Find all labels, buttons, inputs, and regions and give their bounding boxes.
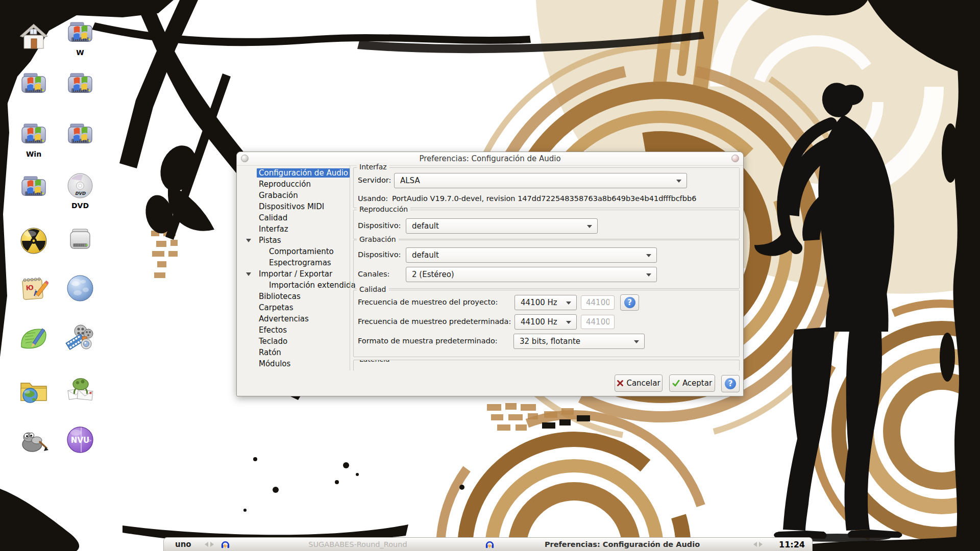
tree-item-módulos[interactable]: Módulos — [241, 358, 349, 369]
tree-item-teclado[interactable]: Teclado — [241, 336, 349, 347]
desktop-icon-cd-burner[interactable] — [19, 226, 48, 256]
tree-item-label: Importación extendida — [267, 281, 358, 290]
tree-item-bibliotecas[interactable]: Bibliotecas — [241, 291, 349, 302]
window-menu-orb[interactable] — [241, 155, 249, 162]
svg-text:Ю: Ю — [26, 284, 34, 292]
tree-item-label: Dispositivos MIDI — [257, 202, 326, 211]
tree-item-label: Módulos — [257, 359, 292, 368]
playback-device-dropdown[interactable]: default — [406, 218, 598, 234]
tree-item-pistas[interactable]: Pistas — [241, 235, 349, 246]
tree-item-configuración-de-audio[interactable]: Configuración de Audio — [241, 167, 349, 179]
dialog-help-button[interactable]: ? — [721, 375, 740, 392]
tree-item-label: Ratón — [257, 348, 283, 357]
desktop-icon-gimp[interactable] — [19, 426, 48, 456]
tree-item-importación-extendida[interactable]: Importación extendida — [241, 280, 349, 291]
dialog-titlebar[interactable]: Preferencias: Configuración de Audio — [237, 152, 743, 166]
servidor-label: Servidor: — [358, 176, 391, 184]
clock-pager — [753, 538, 763, 551]
leaf-icon — [19, 323, 48, 353]
notepad-icon: Ю À — [19, 273, 48, 303]
preferences-tree: Configuración de AudioReproducciónGrabac… — [241, 167, 349, 369]
desktop: W Win DVD DVD — [0, 0, 980, 551]
tree-item-espectrogramas[interactable]: Espectrogramas — [241, 257, 349, 268]
tree-item-ratón[interactable]: Ratón — [241, 347, 349, 358]
group-legend: Interfaz — [357, 163, 389, 171]
channels-label: Canales: — [358, 270, 389, 278]
desktop-icon-windows-drive-2[interactable] — [19, 70, 48, 100]
desktop-icon-external-drive[interactable] — [65, 225, 95, 255]
desktop-icon-mail[interactable] — [65, 373, 95, 404]
expander-icon[interactable] — [246, 239, 251, 242]
tree-item-label: Pistas — [257, 236, 283, 245]
group-legend: Grabación — [357, 235, 399, 243]
group-legend: Calidad — [357, 285, 389, 293]
project-rate-dropdown[interactable]: 44100 Hz — [514, 295, 577, 310]
servidor-dropdown[interactable]: ALSA — [394, 173, 687, 188]
desktop-icon-windows-drive-6[interactable] — [19, 173, 48, 203]
workspace-button[interactable]: uno — [175, 538, 191, 551]
mail-icon — [65, 373, 95, 403]
desktop-icon-windows-drive-3[interactable] — [65, 70, 95, 100]
taskbar: uno SUGABABES-Round_Round — [163, 537, 813, 551]
tree-item-label: Configuración de Audio — [257, 168, 350, 178]
desktop-icon-windows-drive-4[interactable]: Win — [19, 120, 48, 158]
record-device-dropdown[interactable]: default — [406, 247, 657, 263]
default-rate-value: 44100 Hz — [521, 317, 557, 327]
preferences-dialog: Preferencias: Configuración de Audio Con… — [236, 152, 744, 396]
tree-item-label: Advertencias — [257, 314, 311, 323]
tree-item-advertencias[interactable]: Advertencias — [241, 313, 349, 324]
window-close-orb[interactable] — [731, 155, 739, 162]
tree-item-carpetas[interactable]: Carpetas — [241, 302, 349, 313]
desktop-icon-dvd[interactable]: DVD DVD — [65, 172, 95, 210]
usando-label: Usando: — [358, 194, 388, 203]
tree-item-grabación[interactable]: Grabación — [241, 190, 349, 201]
ok-button[interactable]: Aceptar — [669, 374, 715, 392]
project-rate-label: Frecuencia de muestreo del proyecto: — [358, 298, 498, 306]
tree-item-interfaz[interactable]: Interfaz — [241, 223, 349, 235]
audacity-icon — [485, 538, 496, 551]
windows-drive-icon — [65, 70, 95, 99]
desktop-icon-home[interactable] — [19, 22, 48, 52]
desktop-icon-leaf-notes[interactable] — [19, 323, 48, 354]
sample-format-dropdown[interactable]: 32 bits, flotante — [513, 334, 645, 349]
pager-right-icon[interactable] — [210, 542, 214, 547]
windows-drive-icon — [19, 120, 48, 150]
clock-left-icon[interactable] — [753, 542, 757, 547]
desktop-icon-nvu[interactable]: < > NVU — [65, 425, 95, 455]
desktop-icon-translator-notes[interactable]: Ю À — [19, 273, 48, 304]
burner-icon — [19, 226, 48, 256]
default-rate-dropdown[interactable]: 44100 Hz — [514, 314, 577, 330]
pager-left-icon[interactable] — [205, 542, 208, 547]
tree-item-importar-exportar[interactable]: Importar / Exportar — [241, 268, 349, 280]
group-legend: Latencia — [357, 360, 393, 363]
tree-item-reproducción[interactable]: Reproducción — [241, 179, 349, 190]
taskbar-task-sugababes[interactable]: SUGABABES-Round_Round — [233, 538, 482, 551]
desktop-icon-web-folder[interactable] — [19, 375, 48, 405]
desktop-icon-windows-drive-5[interactable] — [65, 120, 95, 151]
svg-text:DVD: DVD — [75, 191, 86, 196]
tree-item-comportamiento[interactable]: Comportamiento — [241, 246, 349, 257]
icon-label: Win — [19, 151, 48, 158]
taskbar-task-preferencias[interactable]: Preferencias: Configuración de Audio — [498, 538, 747, 551]
desktop-icon-moon-browser[interactable] — [65, 273, 95, 304]
gimp-icon — [19, 426, 48, 456]
cancel-button[interactable]: Cancelar — [615, 374, 663, 392]
tree-item-label: Efectos — [257, 325, 289, 335]
tree-item-label: Teclado — [257, 337, 289, 346]
record-device-value: default — [412, 251, 439, 260]
channels-dropdown[interactable]: 2 (Estéreo) — [406, 267, 657, 282]
external-drive-icon — [65, 225, 95, 255]
tree-item-calidad[interactable]: Calidad — [241, 212, 349, 223]
tree-item-efectos[interactable]: Efectos — [241, 324, 349, 336]
channels-value: 2 (Estéreo) — [412, 270, 454, 279]
tree-item-dispositivos-midi[interactable]: Dispositivos MIDI — [241, 201, 349, 212]
nvu-icon: < > NVU — [65, 425, 95, 455]
project-rate-help-button[interactable]: ? — [620, 294, 639, 311]
tree-item-label: Calidad — [257, 213, 289, 222]
desktop-icon-movie-player[interactable] — [65, 322, 95, 352]
clock-right-icon[interactable] — [759, 542, 763, 547]
desktop-icon-windows-drive-1[interactable]: W — [65, 19, 95, 57]
expander-icon[interactable] — [246, 272, 251, 276]
windows-drive-icon — [65, 19, 95, 48]
windows-drive-icon — [19, 173, 48, 203]
